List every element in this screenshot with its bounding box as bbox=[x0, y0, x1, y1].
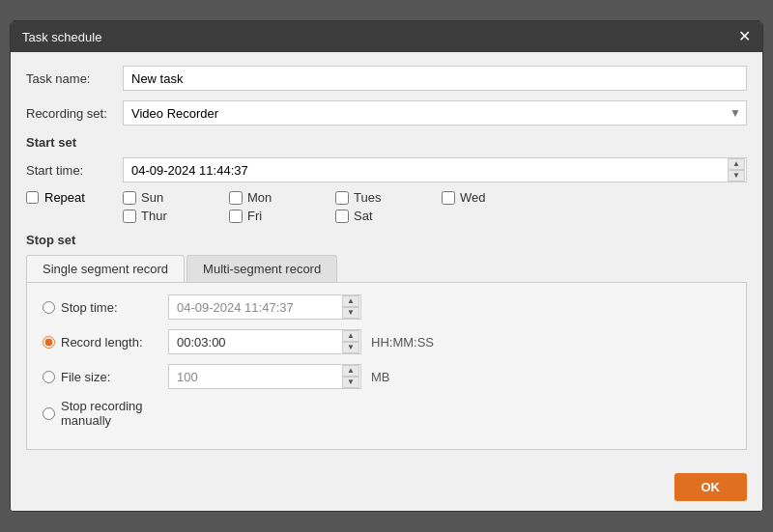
stop-time-radio[interactable] bbox=[43, 301, 55, 314]
day-tues-label: Tues bbox=[354, 190, 381, 205]
start-time-down-button[interactable]: ▼ bbox=[728, 170, 745, 182]
day-wed: Wed bbox=[442, 190, 548, 205]
file-size-spinners: ▲ ▼ bbox=[342, 365, 359, 388]
stop-time-row: Stop time: ▲ ▼ bbox=[43, 294, 730, 320]
record-length-radio[interactable] bbox=[43, 336, 55, 349]
recording-set-label: Recording set: bbox=[26, 106, 123, 121]
day-tues: Tues bbox=[335, 190, 442, 205]
day-wed-label: Wed bbox=[460, 190, 486, 205]
stop-time-down-button[interactable]: ▼ bbox=[342, 307, 359, 319]
stop-time-input[interactable] bbox=[168, 294, 361, 320]
day-mon: Mon bbox=[229, 190, 335, 205]
day-tues-checkbox[interactable] bbox=[335, 191, 349, 205]
repeat-label: Repeat bbox=[44, 190, 85, 205]
tab-multi-segment[interactable]: Multi-segment record bbox=[186, 255, 337, 282]
day-sat-checkbox[interactable] bbox=[335, 210, 349, 223]
record-length-up-button[interactable]: ▲ bbox=[342, 330, 359, 342]
record-length-wrapper: ▲ ▼ bbox=[168, 329, 361, 354]
start-time-label: Start time: bbox=[26, 163, 123, 178]
file-size-label-text: File size: bbox=[61, 370, 110, 384]
dialog-footer: OK bbox=[11, 463, 762, 511]
start-time-wrapper: ▲ ▼ bbox=[123, 157, 747, 182]
dialog-title: Task schedule bbox=[22, 30, 101, 44]
stop-manually-label-text: Stop recording manually bbox=[61, 399, 168, 428]
day-fri-checkbox[interactable] bbox=[229, 210, 243, 223]
day-thur: Thur bbox=[123, 209, 229, 223]
start-time-spinners: ▲ ▼ bbox=[728, 158, 745, 182]
recording-set-select[interactable]: Video Recorder bbox=[123, 100, 747, 126]
days-grid: Sun Mon Tues Wed Thur bbox=[123, 190, 548, 223]
record-length-row: Record length: ▲ ▼ HH:MM:SS bbox=[43, 329, 730, 354]
record-length-unit: HH:MM:SS bbox=[371, 335, 434, 350]
day-mon-label: Mon bbox=[247, 190, 272, 205]
stop-panel: Stop time: ▲ ▼ Record length: bbox=[26, 283, 747, 450]
task-name-input[interactable] bbox=[123, 66, 747, 91]
start-time-row: Start time: ▲ ▼ bbox=[26, 157, 747, 182]
day-sun-label: Sun bbox=[141, 190, 163, 205]
day-fri: Fri bbox=[229, 209, 335, 223]
stop-set-title: Stop set bbox=[26, 233, 747, 247]
repeat-checkbox-wrap: Repeat bbox=[26, 190, 123, 205]
file-size-input[interactable] bbox=[168, 364, 361, 389]
day-sat: Sat bbox=[335, 209, 442, 223]
file-size-down-button[interactable]: ▼ bbox=[342, 377, 359, 388]
repeat-checkbox[interactable] bbox=[26, 191, 39, 204]
record-length-down-button[interactable]: ▼ bbox=[342, 342, 359, 353]
start-time-up-button[interactable]: ▲ bbox=[728, 158, 745, 170]
file-size-unit: MB bbox=[371, 370, 390, 384]
stop-manually-radio[interactable] bbox=[43, 407, 55, 420]
day-thur-checkbox[interactable] bbox=[123, 210, 136, 223]
stop-time-wrapper: ▲ ▼ bbox=[168, 294, 361, 320]
stop-manually-row: Stop recording manually bbox=[43, 399, 730, 428]
day-wed-checkbox[interactable] bbox=[442, 191, 455, 205]
day-thur-label: Thur bbox=[141, 209, 167, 223]
dialog-body: Task name: Recording set: Video Recorder… bbox=[11, 52, 762, 463]
start-set-title: Start set bbox=[26, 135, 747, 150]
stop-manually-radio-label: Stop recording manually bbox=[43, 399, 168, 428]
record-length-input[interactable] bbox=[168, 329, 361, 354]
ok-button[interactable]: OK bbox=[674, 473, 748, 501]
stop-time-label-text: Stop time: bbox=[61, 300, 118, 315]
file-size-radio[interactable] bbox=[43, 371, 55, 383]
day-sat-label: Sat bbox=[354, 209, 373, 223]
stop-time-spinners: ▲ ▼ bbox=[342, 295, 359, 319]
start-time-input[interactable] bbox=[123, 157, 747, 182]
stop-time-radio-label: Stop time: bbox=[43, 300, 168, 315]
day-fri-label: Fri bbox=[247, 209, 262, 223]
day-mon-checkbox[interactable] bbox=[229, 191, 243, 205]
file-size-up-button[interactable]: ▲ bbox=[342, 365, 359, 377]
task-name-label: Task name: bbox=[26, 71, 123, 86]
record-length-label-text: Record length: bbox=[61, 335, 143, 350]
title-bar: Task schedule ✕ bbox=[11, 21, 762, 52]
file-size-row: File size: ▲ ▼ MB bbox=[43, 364, 730, 389]
stop-time-up-button[interactable]: ▲ bbox=[342, 295, 359, 307]
recording-set-row: Recording set: Video Recorder ▼ bbox=[26, 100, 747, 126]
file-size-radio-label: File size: bbox=[43, 370, 168, 384]
record-length-radio-label: Record length: bbox=[43, 335, 168, 350]
repeat-row: Repeat Sun Mon Tues Wed bbox=[26, 190, 747, 223]
task-schedule-dialog: Task schedule ✕ Task name: Recording set… bbox=[10, 20, 763, 512]
day-sun: Sun bbox=[123, 190, 229, 205]
task-name-row: Task name: bbox=[26, 66, 747, 91]
tabs-bar: Single segment record Multi-segment reco… bbox=[26, 255, 747, 283]
record-length-spinners: ▲ ▼ bbox=[342, 330, 359, 353]
file-size-wrapper: ▲ ▼ bbox=[168, 364, 361, 389]
recording-set-wrapper: Video Recorder ▼ bbox=[123, 100, 747, 126]
tab-single-segment[interactable]: Single segment record bbox=[26, 255, 185, 282]
day-sun-checkbox[interactable] bbox=[123, 191, 136, 205]
close-button[interactable]: ✕ bbox=[738, 29, 751, 44]
